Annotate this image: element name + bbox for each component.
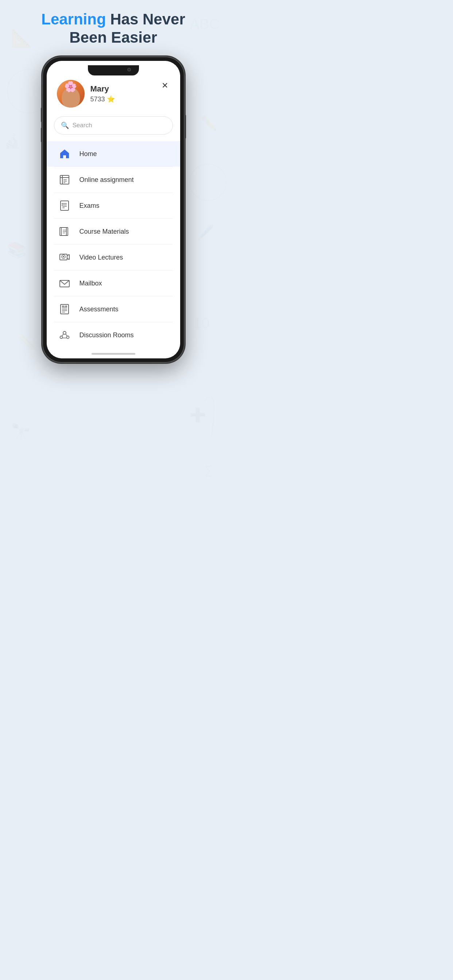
header-line2: Been Easier [69,29,157,46]
discussion-rooms-icon [57,328,72,343]
menu-label-home: Home [80,150,97,158]
home-icon [57,146,72,162]
avatar [57,80,85,108]
menu-item-assessments[interactable]: Assessments [47,296,180,322]
course-materials-icon [57,224,72,239]
menu-label-assessments: Assessments [80,305,118,313]
svg-rect-43 [65,305,67,307]
menu-label-exams: Exams [80,202,100,210]
search-placeholder: Search [73,122,92,129]
svg-line-47 [62,334,64,336]
menu-label-course-materials: Course Materials [80,228,129,235]
assessments-icon [57,302,72,317]
svg-text:➕: ➕ [190,407,206,423]
user-score: 5733 ⭐ [91,95,115,103]
svg-text:🔭: 🔭 [11,423,31,442]
menu-item-video-lectures[interactable]: Video Lectures [47,245,180,270]
user-profile: Mary 5733 ⭐ [57,80,115,108]
user-info: Mary 5733 ⭐ [91,84,115,103]
power-button [185,115,186,138]
svg-text:📚: 📚 [7,241,27,259]
menu-label-mailbox: Mailbox [80,280,102,287]
header-section: Learning Has Never Been Easier [0,10,226,47]
menu-item-home[interactable]: Home [47,141,180,167]
svg-point-45 [60,336,62,339]
volume-down-button [41,127,42,142]
svg-point-44 [63,331,66,334]
user-name: Mary [91,84,115,94]
svg-point-31 [63,256,64,258]
phone-notch [88,65,139,75]
menu-label-online-assignment: Online assignment [80,176,134,184]
menu-list: Home Online as [47,141,180,347]
menu-item-mailbox[interactable]: Mailbox [47,270,180,296]
screen-content: ✕ Mary 5733 ⭐ 🔍 Search [47,61,180,358]
menu-item-online-assignment[interactable]: Online assignment [47,167,180,192]
search-bar[interactable]: 🔍 Search [54,116,173,135]
menu-label-video-lectures: Video Lectures [80,254,123,261]
camera [127,68,131,72]
menu-label-discussion-rooms: Discussion Rooms [80,331,134,339]
volume-up-button [41,108,42,122]
header-blue-text: Learning [41,11,106,28]
avatar-image [57,80,85,108]
svg-point-46 [66,336,69,339]
svg-point-12 [190,164,226,200]
menu-item-course-materials[interactable]: Course Materials [47,219,180,244]
search-icon: 🔍 [61,121,69,129]
svg-text:📏: 📏 [18,334,35,350]
svg-text:🖊️: 🖊️ [197,224,214,240]
online-assignment-icon [57,172,72,188]
svg-rect-42 [62,305,64,307]
svg-text:∑: ∑ [204,463,213,477]
video-lectures-icon [57,250,72,265]
svg-text:10: 10 [193,315,210,331]
exams-icon [57,198,72,213]
phone-mockup: ✕ Mary 5733 ⭐ 🔍 Search [42,57,185,363]
close-button[interactable]: ✕ [158,79,171,92]
home-bar [91,353,135,355]
mailbox-icon [57,275,72,291]
menu-item-exams[interactable]: Exams [47,193,180,218]
phone-screen: ✕ Mary 5733 ⭐ 🔍 Search [47,61,180,358]
svg-text:🔬: 🔬 [4,133,21,150]
svg-rect-19 [61,201,69,210]
menu-item-discussion-rooms[interactable]: Discussion Rooms [47,322,180,347]
svg-line-48 [65,334,67,336]
svg-text:✏️: ✏️ [201,115,217,131]
header-rest-text: Has Never [106,11,185,28]
